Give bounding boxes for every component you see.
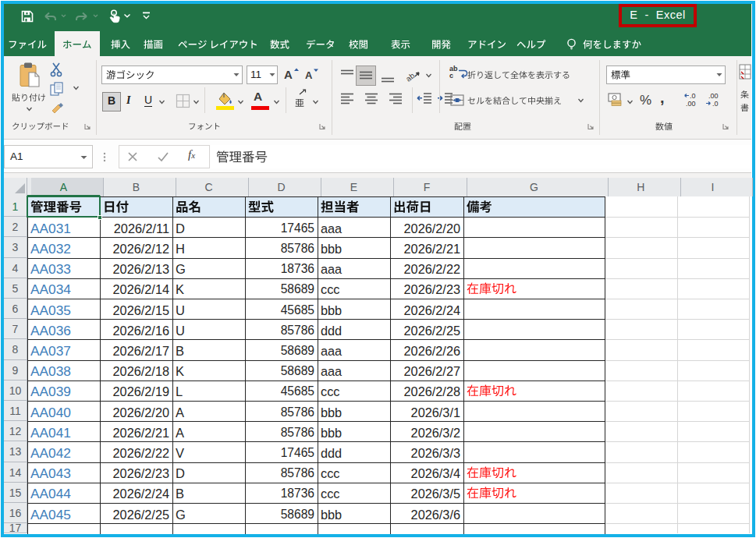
svg-text:ab: ab (405, 71, 417, 83)
svg-text:.0: .0 (712, 100, 719, 108)
svg-text:.0: .0 (690, 92, 696, 100)
svg-text:.00: .00 (708, 92, 719, 100)
svg-text:.00: .00 (686, 100, 696, 108)
